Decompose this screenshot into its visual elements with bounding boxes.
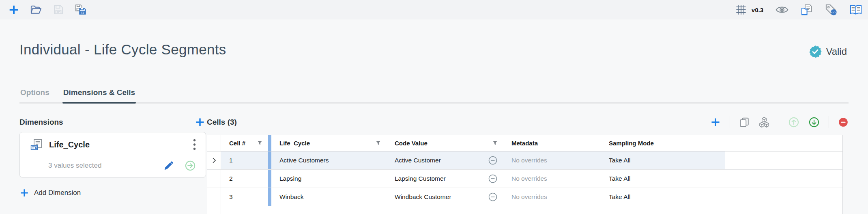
- book-icon[interactable]: [849, 4, 862, 15]
- top-toolbar: v0.3 </>: [0, 0, 868, 19]
- cell-sampling-mode: Take All: [601, 170, 725, 188]
- grid-icon[interactable]: [735, 4, 747, 15]
- eye-icon[interactable]: [776, 5, 789, 15]
- circle-arrow-up-icon[interactable]: [788, 117, 799, 128]
- row-expander-cell: [207, 151, 221, 169]
- toolbar-divider: [730, 116, 730, 128]
- minus-circle-icon: [488, 174, 498, 184]
- code-tag-icon[interactable]: </>: [825, 4, 837, 16]
- table-empty-row: [207, 206, 842, 214]
- empty-cell: [221, 206, 268, 214]
- plus-icon: [19, 188, 29, 198]
- open-folder-icon[interactable]: [30, 4, 42, 15]
- metadata-text: No overrides: [511, 193, 547, 201]
- copy-icon[interactable]: [739, 117, 750, 128]
- dimension-values-count: 3 values selected: [30, 162, 163, 170]
- row-expander-cell[interactable]: [207, 170, 221, 188]
- cell-sampling-mode: Take All: [601, 151, 725, 169]
- column-header-sampling-mode: Sampling Mode: [601, 135, 725, 151]
- add-dimension-button[interactable]: Add Dimension: [19, 188, 206, 198]
- toolbar-left-group: [0, 4, 88, 16]
- dimension-name: Life_Cycle: [49, 140, 187, 149]
- code-value-text: Active Customer: [395, 157, 441, 164]
- remove-icon[interactable]: [838, 117, 849, 128]
- code-value-text: Lapsing Customer: [395, 175, 446, 182]
- column-label: Cell #: [229, 140, 245, 147]
- column-label: Life_Cycle: [279, 140, 310, 147]
- cell-life-cycle: Winback: [271, 188, 387, 206]
- dimension-icon: [30, 139, 43, 150]
- table-header-row: Cell # Life_Cycle Code Value Metadata Sa…: [207, 135, 842, 151]
- svg-text:</>: </>: [831, 11, 837, 14]
- row-filler: [271, 206, 842, 214]
- metadata-text: No overrides: [511, 157, 547, 164]
- row-expander-cell[interactable]: [207, 188, 221, 206]
- filter-icon[interactable]: [257, 141, 262, 146]
- dimension-card: Life_Cycle 3 values selected: [19, 132, 206, 177]
- cubes-icon[interactable]: [758, 117, 770, 128]
- cell-life-cycle: Active Customers: [271, 151, 387, 169]
- cells-title: Cells (3): [207, 118, 237, 127]
- column-label: Metadata: [511, 140, 538, 147]
- minus-circle-icon: [488, 156, 498, 165]
- row-expander-cell: [207, 206, 221, 214]
- column-header-cell-num: Cell #: [221, 135, 268, 151]
- chevron-right-icon[interactable]: [211, 158, 217, 163]
- title-bar: Individual - Life Cycle Segments Valid: [0, 19, 868, 77]
- tab-strip: Options Dimensions & Cells: [19, 83, 849, 104]
- tab-options[interactable]: Options: [19, 83, 50, 102]
- expander-header-cell: [207, 135, 221, 151]
- status-badge: Valid: [808, 45, 847, 58]
- version-label: v0.3: [752, 6, 763, 13]
- valid-seal-icon: [808, 45, 822, 58]
- toolbar-right-group: v0.3 </>: [723, 4, 868, 16]
- save-icon[interactable]: [53, 4, 64, 15]
- table-row[interactable]: 1 Active Customers Active Customer No ov…: [207, 151, 842, 170]
- cells-toolbar: [710, 116, 849, 128]
- table-row[interactable]: 2 Lapsing Lapsing Customer No overrides …: [207, 170, 842, 188]
- cells-table: Cell # Life_Cycle Code Value Metadata Sa…: [207, 135, 843, 214]
- tab-dimensions-cells[interactable]: Dimensions & Cells: [62, 83, 136, 102]
- header-filler: [725, 135, 842, 151]
- cell-num: 2: [221, 170, 268, 188]
- cell-metadata: No overrides: [503, 188, 601, 206]
- cell-life-cycle: Lapsing: [271, 170, 387, 188]
- cell-code-value: Active Customer: [387, 151, 503, 169]
- column-header-metadata: Metadata: [503, 135, 601, 151]
- row-filler: [725, 151, 842, 169]
- column-header-code-value: Code Value: [387, 135, 503, 151]
- row-filler: [725, 188, 842, 206]
- add-dimension-plus-icon[interactable]: [195, 117, 205, 128]
- toolbar-divider: [723, 4, 723, 16]
- code-value-text: Windback Customer: [395, 193, 451, 201]
- filter-icon[interactable]: [376, 141, 381, 146]
- circle-arrow-right-icon[interactable]: [185, 160, 196, 171]
- pinned-column-divider: [268, 188, 271, 206]
- cell-metadata: No overrides: [503, 151, 601, 169]
- add-dimension-label: Add Dimension: [34, 189, 81, 197]
- export-documents-icon[interactable]: [801, 4, 813, 16]
- column-label: Sampling Mode: [609, 140, 654, 147]
- cell-code-value: Windback Customer: [387, 188, 503, 206]
- circle-arrow-down-icon[interactable]: [808, 117, 820, 128]
- pinned-column-divider: [268, 206, 271, 214]
- toolbar-divider: [779, 116, 779, 128]
- table-row[interactable]: 3 Winback Windback Customer No overrides…: [207, 188, 842, 206]
- dimensions-panel: Dimensions Life_Cycle: [19, 115, 206, 198]
- status-label: Valid: [826, 46, 847, 57]
- cells-panel: Cells (3): [207, 115, 849, 214]
- column-label: Code Value: [395, 140, 428, 147]
- kebab-icon[interactable]: [193, 139, 196, 150]
- save-as-icon[interactable]: [75, 4, 88, 16]
- pencil-icon[interactable]: [163, 160, 174, 171]
- pinned-column-divider: [268, 170, 271, 188]
- cell-num: 1: [221, 151, 268, 169]
- page-title: Individual - Life Cycle Segments: [19, 41, 226, 58]
- dimensions-title: Dimensions: [19, 118, 63, 127]
- cell-code-value: Lapsing Customer: [387, 170, 503, 188]
- toolbar-divider: [829, 116, 829, 128]
- row-filler: [725, 170, 842, 188]
- filter-icon[interactable]: [492, 141, 498, 146]
- new-icon[interactable]: [8, 4, 19, 15]
- add-cell-icon[interactable]: [710, 117, 721, 128]
